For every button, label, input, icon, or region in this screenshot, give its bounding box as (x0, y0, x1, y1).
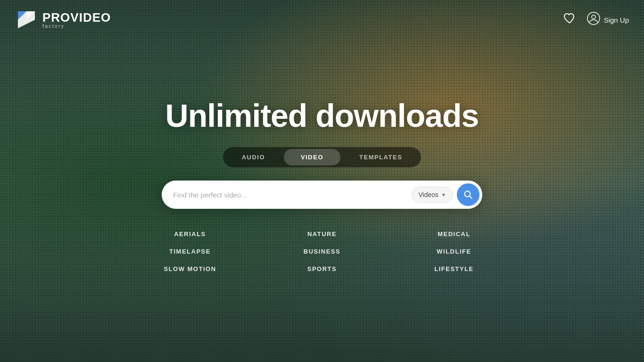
hero-title: Unlimited downloads (165, 97, 479, 134)
search-type-dropdown[interactable]: Videos ▼ (412, 187, 453, 203)
search-icon (463, 190, 473, 199)
page-content: PROVIDEO factory (0, 0, 644, 362)
content-tabs: AUDIO VIDEO TEMPLATES (223, 147, 421, 167)
svg-line-6 (470, 196, 472, 198)
search-button[interactable] (457, 183, 479, 206)
category-slow-motion[interactable]: SLOW MOTION (143, 262, 237, 276)
category-timelapse[interactable]: TIMELAPSE (143, 244, 237, 259)
hero-section: PROVIDEO factory (0, 0, 644, 362)
category-grid: AERIALS NATURE MEDICAL TIMELAPSE BUSINES… (143, 227, 501, 276)
nav-right: Sign Up (563, 12, 629, 28)
category-medical[interactable]: MEDICAL (407, 227, 501, 241)
category-aerials[interactable]: AERIALS (143, 227, 237, 241)
search-input[interactable] (173, 191, 408, 199)
brand-name: PROVIDEO (42, 11, 111, 24)
sign-up-label: Sign Up (604, 16, 629, 24)
svg-point-4 (592, 15, 595, 19)
hero-main: Unlimited downloads AUDIO VIDEO TEMPLATE… (0, 40, 644, 362)
category-business[interactable]: BUSINESS (275, 244, 369, 259)
favorites-button[interactable] (563, 13, 576, 27)
navbar: PROVIDEO factory (0, 0, 644, 40)
search-bar: Videos ▼ (162, 181, 482, 209)
dropdown-label: Videos (419, 191, 439, 198)
logo-icon (15, 8, 38, 31)
tab-audio[interactable]: AUDIO (225, 149, 282, 165)
chevron-down-icon: ▼ (441, 192, 446, 197)
sign-up-button[interactable]: Sign Up (587, 12, 629, 28)
user-icon (587, 12, 600, 28)
tab-templates[interactable]: TEMPLATES (342, 149, 419, 165)
category-nature[interactable]: NATURE (275, 227, 369, 241)
tab-video[interactable]: VIDEO (284, 149, 340, 165)
category-sports[interactable]: SPORTS (275, 262, 369, 276)
logo[interactable]: PROVIDEO factory (15, 8, 111, 31)
category-wildlife[interactable]: WILDLIFE (407, 244, 501, 259)
brand-sub: factory (42, 24, 111, 29)
category-lifestyle[interactable]: LIFESTYLE (407, 262, 501, 276)
logo-text: PROVIDEO factory (42, 11, 111, 29)
